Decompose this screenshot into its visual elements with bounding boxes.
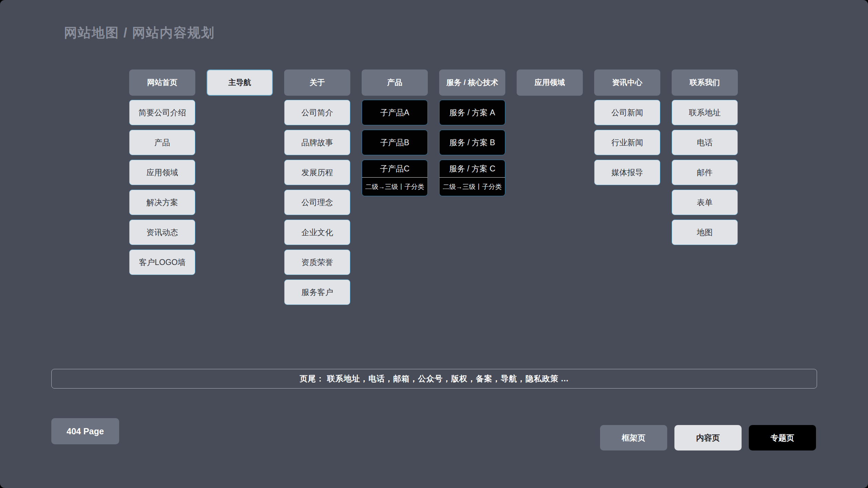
sitemap-node[interactable]: 子产品A xyxy=(362,100,428,125)
footer-label: 页尾： 联系地址，电话，邮箱，公众号，版权，备案，导航，隐私政策 ... xyxy=(300,373,569,384)
column-header-home[interactable]: 网站首页 xyxy=(129,70,195,96)
node-label: 子产品C xyxy=(362,160,427,178)
node-sublabel: 二级→三级丨子分类 xyxy=(362,178,427,196)
sitemap-node[interactable]: 解决方案 xyxy=(129,190,195,215)
legend-topic-page-button[interactable]: 专题页 xyxy=(749,425,816,450)
node-label: 服务 / 方案 C xyxy=(440,160,505,178)
sitemap-column-services: 服务 / 核心技术服务 / 方案 A服务 / 方案 B服务 / 方案 C二级→三… xyxy=(439,70,505,305)
sitemap-node[interactable]: 简要公司介绍 xyxy=(129,100,195,125)
page-404-label: 404 Page xyxy=(66,426,104,436)
sitemap-grid: 网站首页简要公司介绍产品应用领域解决方案资讯动态客户LOGO墙主导航关于公司简介… xyxy=(129,70,738,305)
legend-frame-page-button[interactable]: 框架页 xyxy=(600,425,667,450)
sitemap-column-applications: 应用领域 xyxy=(517,70,583,305)
sitemap-node[interactable]: 子产品C二级→三级丨子分类 xyxy=(362,160,428,196)
sitemap-node[interactable]: 资质荣誉 xyxy=(284,250,350,275)
sitemap-node[interactable]: 公司理念 xyxy=(284,190,350,215)
footer-bar[interactable]: 页尾： 联系地址，电话，邮箱，公众号，版权，备案，导航，隐私政策 ... xyxy=(51,369,817,389)
column-items-about: 公司简介品牌故事发展历程公司理念企业文化资质荣誉服务客户 xyxy=(284,100,350,305)
sitemap-node[interactable]: 品牌故事 xyxy=(284,130,350,155)
column-items-services: 服务 / 方案 A服务 / 方案 B服务 / 方案 C二级→三级丨子分类 xyxy=(439,100,505,196)
sitemap-node[interactable]: 应用领域 xyxy=(129,160,195,185)
column-header-products[interactable]: 产品 xyxy=(362,70,428,96)
sitemap-node[interactable]: 行业新闻 xyxy=(594,130,660,155)
column-items-home: 简要公司介绍产品应用领域解决方案资讯动态客户LOGO墙 xyxy=(129,100,195,275)
legend-content-page-button[interactable]: 内容页 xyxy=(674,425,742,450)
sitemap-node[interactable]: 邮件 xyxy=(672,160,738,185)
sitemap-column-home: 网站首页简要公司介绍产品应用领域解决方案资讯动态客户LOGO墙 xyxy=(129,70,195,305)
sitemap-node[interactable]: 客户LOGO墙 xyxy=(129,250,195,275)
sitemap-node[interactable]: 公司简介 xyxy=(284,100,350,125)
sitemap-node[interactable]: 联系地址 xyxy=(672,100,738,125)
legend: 框架页 内容页 专题页 xyxy=(600,425,816,450)
sitemap-node[interactable]: 电话 xyxy=(672,130,738,155)
sitemap-node[interactable]: 服务 / 方案 A xyxy=(439,100,505,125)
column-header-contact[interactable]: 联系我们 xyxy=(672,70,738,96)
sitemap-node[interactable]: 资讯动态 xyxy=(129,220,195,245)
sitemap-node[interactable]: 服务 / 方案 C二级→三级丨子分类 xyxy=(439,160,505,196)
sitemap-node[interactable]: 公司新闻 xyxy=(594,100,660,125)
column-items-contact: 联系地址电话邮件表单地图 xyxy=(672,100,738,245)
sitemap-node[interactable]: 地图 xyxy=(672,220,738,245)
page-title: 网站地图 / 网站内容规划 xyxy=(64,24,215,42)
sitemap-node[interactable]: 媒体报导 xyxy=(594,160,660,185)
page-404-button[interactable]: 404 Page xyxy=(51,418,119,444)
sitemap-node[interactable]: 服务 / 方案 B xyxy=(439,130,505,155)
column-items-news-center: 公司新闻行业新闻媒体报导 xyxy=(594,100,660,185)
column-header-main-nav[interactable]: 主导航 xyxy=(207,70,273,96)
sitemap-node[interactable]: 企业文化 xyxy=(284,220,350,245)
column-header-services[interactable]: 服务 / 核心技术 xyxy=(439,70,505,96)
sitemap-node[interactable]: 产品 xyxy=(129,130,195,155)
sitemap-canvas: { "page": { "title": "网站地图 / 网站内容规划" }, … xyxy=(0,0,868,488)
sitemap-column-news-center: 资讯中心公司新闻行业新闻媒体报导 xyxy=(594,70,660,305)
sitemap-column-products: 产品子产品A子产品B子产品C二级→三级丨子分类 xyxy=(362,70,428,305)
column-header-news-center[interactable]: 资讯中心 xyxy=(594,70,660,96)
sitemap-node[interactable]: 子产品B xyxy=(362,130,428,155)
sitemap-node[interactable]: 服务客户 xyxy=(284,279,350,305)
column-header-applications[interactable]: 应用领域 xyxy=(517,70,583,96)
column-items-products: 子产品A子产品B子产品C二级→三级丨子分类 xyxy=(362,100,428,196)
sitemap-column-about: 关于公司简介品牌故事发展历程公司理念企业文化资质荣誉服务客户 xyxy=(284,70,350,305)
node-sublabel: 二级→三级丨子分类 xyxy=(440,178,505,196)
sitemap-column-main-nav: 主导航 xyxy=(207,70,273,305)
sitemap-node[interactable]: 表单 xyxy=(672,190,738,215)
column-header-about[interactable]: 关于 xyxy=(284,70,350,96)
sitemap-node[interactable]: 发展历程 xyxy=(284,160,350,185)
sitemap-column-contact: 联系我们联系地址电话邮件表单地图 xyxy=(672,70,738,305)
